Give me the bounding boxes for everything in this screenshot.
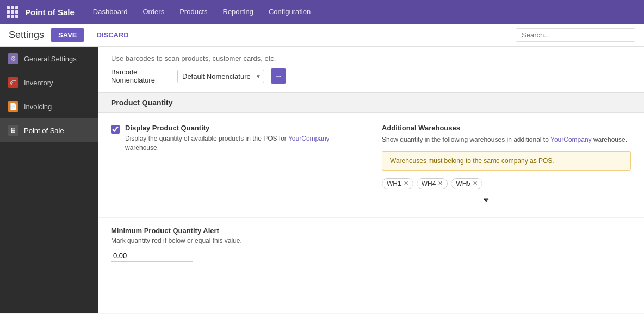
min-qty-title: Minimum Product Quantity Alert (111, 227, 631, 235)
save-button[interactable]: SAVE (51, 28, 84, 42)
general-settings-icon: ⚙ (8, 53, 18, 64)
min-qty-desc: Mark quantity red if below or equal this… (111, 237, 631, 244)
pos-icon: 🖥 (8, 125, 18, 136)
discard-button[interactable]: DISCARD (89, 28, 136, 42)
barcode-select-wrapper: Default Nomenclature ▼ (177, 70, 264, 83)
warehouse-tags-container: WH1 ✕ WH4 ✕ WH5 ✕ (382, 178, 631, 189)
min-qty-section: Minimum Product Quantity Alert Mark quan… (98, 217, 644, 271)
warehouse-add-select[interactable] (382, 193, 491, 206)
product-quantity-content: Display Product Quantity Display the qua… (98, 113, 644, 217)
invoicing-icon: 📄 (8, 101, 18, 112)
settings-header: Settings SAVE DISCARD (0, 24, 644, 47)
barcode-hint: Use barcodes to scan products, customer … (111, 54, 631, 62)
your-company-link-left[interactable]: YourCompany (288, 135, 330, 142)
nav-configuration[interactable]: Configuration (263, 0, 316, 24)
additional-warehouses-title: Additional Warehouses (382, 124, 631, 132)
nav-products[interactable]: Products (174, 0, 213, 24)
apps-grid-icon[interactable] (7, 6, 18, 18)
display-qty-checkbox-row: Display Product Quantity Display the qua… (111, 124, 360, 153)
your-company-link-right[interactable]: YourCompany (550, 136, 592, 143)
warehouse-warning: Warehouses must belong to the same compa… (382, 151, 631, 171)
warehouse-tag-wh1: WH1 ✕ (382, 178, 413, 189)
page-title: Settings (9, 29, 44, 41)
display-qty-checkbox[interactable] (111, 125, 120, 134)
sidebar-item-label-pos: Point of Sale (24, 127, 64, 135)
barcode-section: Use barcodes to scan products, customer … (98, 47, 644, 92)
warehouse-tag-wh4: WH4 ✕ (417, 178, 448, 189)
sidebar-item-invoicing[interactable]: 📄 Invoicing (0, 95, 98, 118)
content-area: Use barcodes to scan products, customer … (98, 47, 644, 313)
main-layout: ⚙ General Settings 🏷 Inventory 📄 Invoici… (0, 47, 644, 313)
sidebar: ⚙ General Settings 🏷 Inventory 📄 Invoici… (0, 47, 98, 313)
external-link-button[interactable]: → (271, 68, 286, 84)
action-buttons: SAVE DISCARD (51, 28, 137, 42)
display-product-quantity-group: Display Product Quantity Display the qua… (111, 124, 360, 206)
barcode-nomenclature-select[interactable]: Default Nomenclature (177, 70, 264, 83)
barcode-nomenclature-row: BarcodeNomenclature Default Nomenclature… (111, 68, 631, 84)
product-quantity-section-header: Product Quantity (98, 92, 644, 113)
nav-reporting[interactable]: Reporting (218, 0, 259, 24)
sidebar-item-label-invoicing: Invoicing (24, 103, 52, 111)
search-input[interactable] (516, 28, 635, 42)
sidebar-item-label-general: General Settings (24, 55, 77, 63)
remove-wh4-button[interactable]: ✕ (438, 180, 443, 187)
remove-wh1-button[interactable]: ✕ (404, 180, 408, 187)
warehouse-add-select-wrapper: ▼ (382, 193, 491, 206)
display-qty-text: Display Product Quantity Display the qua… (125, 124, 360, 153)
nav-dashboard[interactable]: Dashboard (88, 0, 133, 24)
top-navigation: Point of Sale Dashboard Orders Products … (0, 0, 644, 24)
additional-warehouses-desc: Show quantity in the following warehouse… (382, 135, 631, 145)
nav-orders[interactable]: Orders (137, 0, 170, 24)
sidebar-item-inventory[interactable]: 🏷 Inventory (0, 71, 98, 95)
min-qty-input[interactable] (111, 250, 193, 262)
sidebar-item-label-inventory: Inventory (24, 79, 53, 87)
sidebar-item-pos[interactable]: 🖥 Point of Sale (0, 118, 98, 142)
display-qty-title: Display Product Quantity (125, 124, 360, 132)
inventory-icon: 🏷 (8, 77, 18, 88)
barcode-field-label: BarcodeNomenclature (111, 68, 171, 84)
display-qty-desc: Display the quantity of available produc… (125, 134, 360, 153)
app-title: Point of Sale (25, 8, 75, 17)
sidebar-item-general[interactable]: ⚙ General Settings (0, 47, 98, 71)
warehouse-tag-wh5: WH5 ✕ (451, 178, 482, 189)
remove-wh5-button[interactable]: ✕ (473, 180, 478, 187)
additional-warehouses-group: Additional Warehouses Show quantity in t… (382, 124, 631, 206)
